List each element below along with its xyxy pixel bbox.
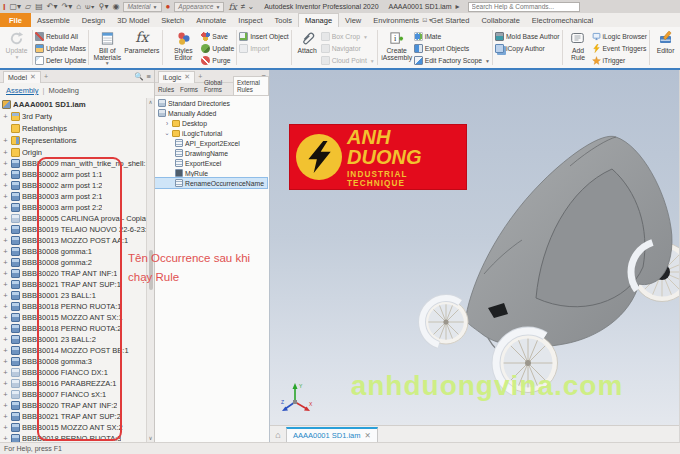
expander-icon[interactable] — [2, 181, 9, 190]
styles-editor-button[interactable]: Styles Editor — [165, 29, 201, 62]
model-tree-item[interactable]: BBBB0001 23 BALL:1 — [0, 290, 154, 301]
ribbon-tab[interactable]: Manage — [298, 13, 339, 27]
document-tab[interactable]: AAAA0001 SD1.iam ✕ — [286, 427, 378, 442]
search-icon[interactable]: 🔍 — [134, 72, 143, 81]
rules-directory-item[interactable]: Standard Directories — [155, 98, 269, 108]
appearance-combo[interactable]: Appearance ▼ — [174, 2, 224, 12]
home-icon[interactable]: ⌂ — [76, 2, 81, 11]
undo-icon[interactable]: ↶▾ — [47, 2, 58, 11]
ilogic-tab[interactable]: Global Forms — [201, 77, 233, 95]
expander-icon[interactable] — [2, 136, 9, 145]
rules-folder-item[interactable]: › Desktop — [155, 118, 269, 128]
fx-parameters-icon[interactable]: fx — [228, 2, 236, 12]
cloud-point-button[interactable]: Cloud Point▼ — [321, 55, 375, 66]
expander-arrow-icon[interactable]: ⌄ — [164, 129, 170, 137]
expander-icon[interactable] — [2, 225, 9, 234]
model-tree-item[interactable]: BBBB0018 PERNO RUOTA:2 — [0, 323, 154, 334]
model-tree-item[interactable]: BBBB0020 TRAP ANT INF:2 — [0, 400, 154, 411]
model-tree-item[interactable]: BBBB0020 TRAP ANT INF:1 — [0, 268, 154, 279]
expander-icon[interactable] — [2, 236, 9, 245]
ilogic-tab[interactable]: External Rules — [233, 76, 269, 95]
model-tree-item[interactable]: BBBB0002 arm post 1:1 — [0, 169, 154, 180]
model-panel-tab[interactable]: Model ✕ — [3, 71, 41, 83]
itrigger-button[interactable]: iTrigger — [592, 55, 648, 66]
ribbon-tab[interactable]: Get Started — [425, 13, 475, 27]
external-rule-item[interactable]: MyRule — [155, 168, 269, 178]
ribbon-tab[interactable]: 3D Model — [111, 13, 155, 27]
model-tree-item[interactable]: BBBB0014 MOZZO POST BB:1 — [0, 345, 154, 356]
settings-icon[interactable]: ◉ — [112, 2, 119, 11]
external-rule-item[interactable]: RenameOccurrenceName — [155, 178, 267, 188]
home-icon[interactable]: ⌂ — [270, 430, 286, 442]
model-tree-item[interactable]: BBBB0007 FIANCO sX:1 — [0, 389, 154, 400]
update-mass-button[interactable]: Update Mass — [35, 43, 86, 54]
ribbon-tab[interactable]: File — [0, 13, 31, 27]
model-tree-item[interactable]: BBBB0015 MOZZO ANT SX:1 — [0, 312, 154, 323]
model-tree-item[interactable]: BBBB0019 TELAIO NUOVO 22-6-23:1 — [0, 224, 154, 235]
expander-icon[interactable] — [2, 280, 9, 289]
add-rule-button[interactable]: Add Rule — [565, 29, 592, 62]
navigator-button[interactable]: Navigator — [321, 43, 375, 54]
expander-icon[interactable] — [2, 401, 9, 410]
save-icon[interactable]: ▤ — [35, 2, 43, 11]
rebuild-all-button[interactable]: Rebuild All — [35, 31, 86, 42]
material-combo[interactable]: Material ▼ — [123, 2, 161, 12]
expander-icon[interactable] — [2, 434, 9, 442]
model-tree-folder[interactable]: 3rd Party — [0, 110, 154, 122]
search-expand-icon[interactable]: ▸ — [456, 2, 460, 11]
expander-icon[interactable] — [2, 269, 9, 278]
new-file-icon[interactable]: ▢▾ — [10, 2, 22, 11]
hamburger-menu-icon[interactable]: ≡ — [147, 72, 151, 81]
ribbon-tab[interactable]: Inspect — [232, 13, 268, 27]
parameters-button[interactable]: fx Parameters — [123, 29, 160, 55]
create-iassembly-button[interactable]: Create iAssembly — [380, 29, 414, 62]
expander-icon[interactable] — [2, 368, 9, 377]
expander-icon[interactable] — [2, 192, 9, 201]
expander-icon[interactable] — [2, 170, 9, 179]
expander-icon[interactable] — [2, 346, 9, 355]
ilogic-browser-button[interactable]: iLogic Browser — [592, 31, 648, 42]
model-tree-item[interactable]: BBBB0003 arm post 2:1 — [0, 191, 154, 202]
model-tree-folder[interactable]: Relationships — [0, 122, 154, 134]
ribbon-tab[interactable]: Assemble — [31, 13, 76, 27]
ribbon-tab[interactable]: Sketch — [155, 13, 190, 27]
expander-icon[interactable] — [2, 247, 9, 256]
model-tree-item[interactable]: BBBB0013 MOZZO POST AA:1 — [0, 235, 154, 246]
model-tree-item[interactable]: BBBB0015 MOZZO ANT SX:2 — [0, 422, 154, 433]
expander-icon[interactable] — [2, 214, 9, 223]
mold-base-author-button[interactable]: Mold Base Author — [495, 31, 560, 42]
edit-factory-scope-button[interactable]: Edit Factory Scope▼ — [414, 55, 490, 66]
model-tree-item[interactable]: BBBB0016 PARABREZZA:1 — [0, 378, 154, 389]
expander-arrow-icon[interactable]: › — [164, 120, 170, 127]
measure-icon[interactable]: ⚲▾ — [99, 2, 109, 11]
model-tree-item[interactable]: BBBB0021 TRAP ANT SUP:1 — [0, 279, 154, 290]
expander-icon[interactable] — [2, 412, 9, 421]
model-tree-item[interactable]: BBBB0009 man_with_trike_no_shell:1 — [0, 158, 154, 169]
defer-update-button[interactable]: Defer Update — [35, 55, 86, 66]
expander-icon[interactable] — [2, 148, 9, 157]
expander-icon[interactable] — [2, 423, 9, 432]
open-file-icon[interactable]: ▱ — [25, 2, 31, 11]
close-icon[interactable]: ✕ — [30, 73, 36, 81]
export-objects-button[interactable]: Export Objects — [414, 43, 490, 54]
scroll-up-icon[interactable]: ∧ — [148, 99, 152, 105]
close-icon[interactable]: ✕ — [184, 73, 190, 81]
model-tree-item[interactable]: BBBB0003 arm post 2:2 — [0, 202, 154, 213]
expander-icon[interactable] — [2, 379, 9, 388]
event-triggers-button[interactable]: Event Triggers — [592, 43, 648, 54]
expander-icon[interactable] — [2, 335, 9, 344]
ribbon-tab[interactable]: Environments — [367, 13, 425, 27]
model-tree-folder[interactable]: Representations — [0, 134, 154, 146]
add-panel-icon[interactable]: + — [44, 73, 48, 80]
ribbon-tab[interactable]: View — [339, 13, 367, 27]
ribbon-tab[interactable]: Annotate — [190, 13, 232, 27]
scroll-down-icon[interactable]: ∨ — [148, 435, 152, 441]
ribbon-tab[interactable]: Electromechanical — [526, 13, 599, 27]
model-tree-item[interactable]: BBBB0021 TRAP ANT SUP:2 — [0, 411, 154, 422]
rules-folder-item[interactable]: ⌄ iLogicTutorial — [155, 128, 269, 138]
expander-icon[interactable] — [2, 291, 9, 300]
sketch-icon[interactable]: ⟒▾ — [85, 2, 94, 11]
qat-customize-icon[interactable]: ≠ ⌄ — [241, 2, 254, 11]
expander-icon[interactable] — [2, 313, 9, 322]
expander-icon[interactable] — [2, 357, 9, 366]
